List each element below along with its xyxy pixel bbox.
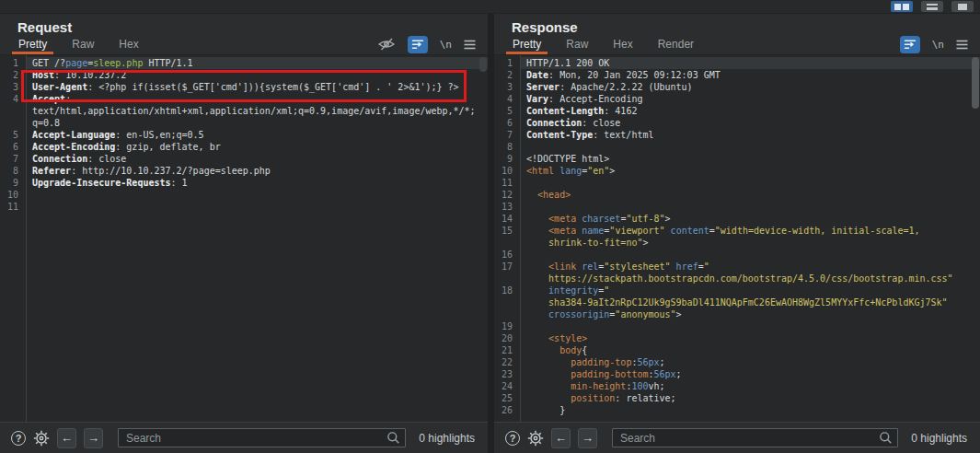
code-text-row: Vary: Accept-Encoding xyxy=(520,93,980,105)
previous-match-button[interactable]: ← xyxy=(57,428,76,448)
code-text-row: sha384-9aIt2nRpC12Uk9gS9baDl411NQApFmC26… xyxy=(520,296,980,308)
request-editor[interactable]: 1GET /?page=sleep.php HTTP/1.12Host: 10.… xyxy=(0,55,488,422)
code-text-row xyxy=(520,141,980,153)
code-text-row: User-Agent: <?php if(isset($_GET['cmd'])… xyxy=(26,81,488,93)
code-line: 17 <link rel="stylesheet" href=" https:/… xyxy=(494,261,980,285)
code-text-row: padding-bottom:56px; xyxy=(520,368,980,380)
line-number: 1 xyxy=(0,57,26,69)
show-newlines-button[interactable]: \n xyxy=(440,39,452,51)
code-text-row: body{ xyxy=(520,344,980,356)
code-text-row: Accept-Encoding: gzip, deflate, br xyxy=(26,141,488,153)
next-match-button[interactable]: → xyxy=(84,428,103,448)
help-button[interactable]: ? xyxy=(11,431,26,446)
code-text-row: <style> xyxy=(520,332,980,344)
request-highlights-count: 0 highlights xyxy=(419,432,477,445)
code-text-row: text/html,application/xhtml+xml,applicat… xyxy=(26,105,488,117)
line-number: 18 xyxy=(494,285,520,320)
response-search-input[interactable] xyxy=(612,428,898,447)
line-number: 10 xyxy=(494,165,520,177)
request-scrollbar-thumb[interactable] xyxy=(479,57,487,72)
code-text-row xyxy=(26,189,488,201)
response-editor[interactable]: 1HTTP/1.1 200 OK2Date: Mon, 20 Jan 2025 … xyxy=(494,55,980,422)
response-tab-pretty[interactable]: Pretty xyxy=(513,34,541,54)
response-tab-raw[interactable]: Raw xyxy=(566,34,588,54)
request-tab-hex[interactable]: Hex xyxy=(119,34,138,54)
code-text-row xyxy=(26,201,488,213)
request-tab-pretty[interactable]: Pretty xyxy=(18,34,47,54)
request-tabbar: Pretty Raw Hex \n xyxy=(0,34,488,55)
code-text-row: Accept: xyxy=(26,93,488,105)
line-number: 6 xyxy=(0,141,26,153)
split-columns-view-button[interactable] xyxy=(891,1,913,12)
response-editor-menu-button[interactable] xyxy=(956,40,968,50)
response-tabbar: Pretty Raw Hex Render \n xyxy=(494,34,980,55)
request-editor-menu-button[interactable] xyxy=(464,40,476,50)
code-text-row: <link rel="stylesheet" href=" xyxy=(520,261,980,273)
code-text-row: Date: Mon, 20 Jan 2025 09:12:03 GMT xyxy=(520,69,980,81)
line-number: 8 xyxy=(0,165,26,177)
single-pane-view-button[interactable] xyxy=(951,1,974,12)
previous-match-button[interactable]: ← xyxy=(551,428,571,448)
code-text-row: <head> xyxy=(520,189,980,201)
line-number: 1 xyxy=(494,57,520,69)
response-tab-hex[interactable]: Hex xyxy=(613,34,632,54)
response-scrollbar-thumb[interactable] xyxy=(972,57,979,109)
code-line: 10 xyxy=(0,189,488,201)
show-newlines-button[interactable]: \n xyxy=(932,39,944,51)
wrap-lines-icon xyxy=(411,39,424,50)
code-text-row: min-height:100vh; xyxy=(520,380,980,392)
code-line: 3User-Agent: <?php if(isset($_GET['cmd']… xyxy=(0,81,488,93)
code-line: 2Date: Mon, 20 Jan 2025 09:12:03 GMT xyxy=(494,69,980,81)
gear-icon xyxy=(527,430,544,447)
line-number: 12 xyxy=(494,189,520,201)
next-match-button[interactable]: → xyxy=(578,428,597,448)
search-settings-button[interactable] xyxy=(527,430,544,447)
line-number: 2 xyxy=(0,69,26,81)
code-text-row: padding-top:56px; xyxy=(520,356,980,368)
code-text-row: Referer: http://10.10.237.2/?page=sleep.… xyxy=(26,165,488,177)
line-number: 7 xyxy=(0,153,26,165)
wrap-lines-button[interactable] xyxy=(900,36,920,53)
request-tab-raw[interactable]: Raw xyxy=(72,34,94,54)
code-text-row: HTTP/1.1 200 OK xyxy=(520,57,980,69)
code-line: 6Connection: close xyxy=(494,117,980,129)
code-text-row: Server: Apache/2.2.22 (Ubuntu) xyxy=(520,81,980,93)
request-panel: Request Pretty Raw Hex xyxy=(0,14,488,453)
line-number: 5 xyxy=(0,129,26,141)
request-search-input[interactable] xyxy=(118,428,406,447)
code-line: 12 <head> xyxy=(494,189,980,201)
code-line: 22 padding-top:56px; xyxy=(494,356,980,368)
code-text-row: Content-Length: 4162 xyxy=(520,105,980,117)
code-text-row: Connection: close xyxy=(26,153,488,165)
code-text-row: } xyxy=(520,404,980,416)
wrap-lines-icon xyxy=(904,39,917,50)
search-icon xyxy=(386,431,400,445)
single-pane-icon xyxy=(958,4,967,10)
request-search-toolbar: ? ← → 0 highlights xyxy=(0,422,488,453)
code-text-row xyxy=(520,249,980,261)
code-text-row xyxy=(520,201,980,213)
search-settings-button[interactable] xyxy=(33,430,50,447)
code-line: 5Content-Length: 4162 xyxy=(494,105,980,117)
columns-icon xyxy=(894,4,901,10)
code-text-row: <html lang="en"> xyxy=(520,165,980,177)
code-line: 7Content-Type: text/html xyxy=(494,129,980,141)
code-line: 13 xyxy=(494,201,980,213)
line-number: 16 xyxy=(494,249,520,261)
line-number: 17 xyxy=(494,261,520,285)
hide-items-button[interactable] xyxy=(377,38,396,51)
split-rows-view-button[interactable] xyxy=(921,1,943,12)
response-tab-render[interactable]: Render xyxy=(658,34,694,54)
gear-icon xyxy=(33,430,50,447)
code-line: 1GET /?page=sleep.php HTTP/1.1 xyxy=(0,57,488,69)
code-text-row: Content-Type: text/html xyxy=(520,129,980,141)
line-number: 13 xyxy=(494,201,520,213)
help-button[interactable]: ? xyxy=(505,431,520,446)
code-line: 23 padding-bottom:56px; xyxy=(494,368,980,380)
code-line: 2Host: 10.10.237.2 xyxy=(0,69,488,81)
code-line: 10<html lang="en"> xyxy=(494,165,980,177)
wrap-lines-button[interactable] xyxy=(408,36,428,53)
line-number: 21 xyxy=(494,344,520,356)
code-line: 5Accept-Language: en-US,en;q=0.5 xyxy=(0,129,488,141)
menu-icon xyxy=(956,40,968,50)
